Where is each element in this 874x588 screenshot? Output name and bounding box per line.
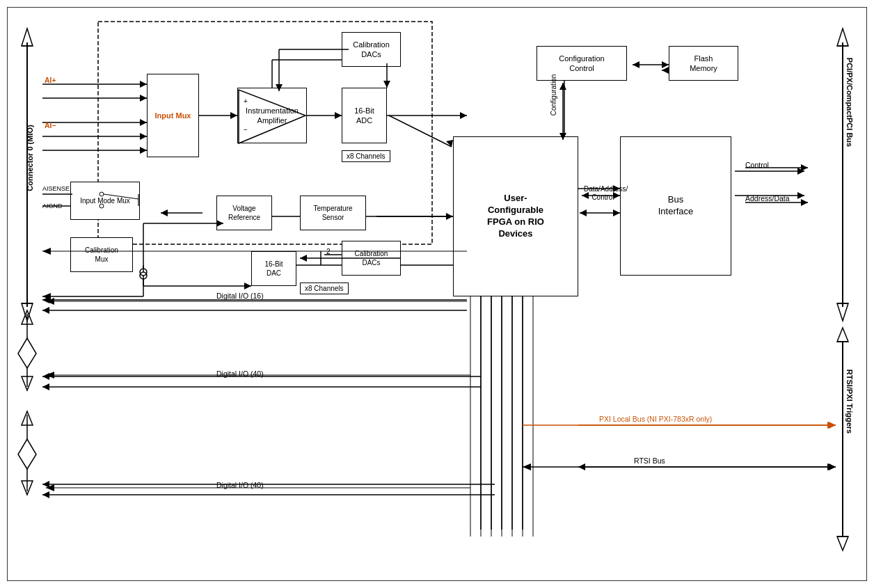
input-mode-mux-label: Input Mode Mux [80,196,130,205]
config-control-label: ConfigurationControl [559,54,604,74]
svg-marker-136 [46,298,54,305]
fpga-label: User-ConfigurableFPGA on RIODevices [487,193,544,240]
input-mux-block: Input Mux [147,74,199,157]
digital-io-40-2-label: Digital I/O (40) [216,481,264,489]
address-data-label: Address/Data [745,194,790,202]
connections-svg [8,8,866,580]
data-addr-ctrl-label: Data/Address/Control [584,185,622,202]
svg-marker-11 [18,439,36,469]
flash-memory-block: FlashMemory [669,46,738,81]
adc-block: 16-BitADC [342,88,387,143]
svg-marker-86 [446,213,453,220]
x8-channels-top: x8 Channels [342,150,390,162]
svg-marker-121 [613,209,620,216]
rtsi-triggers-label: RTSI/PXI Triggers [845,332,854,471]
svg-marker-131 [827,422,836,429]
svg-point-150 [140,272,147,279]
svg-marker-18 [837,303,848,321]
flash-memory-label: FlashMemory [690,54,717,74]
svg-marker-69 [662,67,669,74]
svg-marker-6 [18,338,36,368]
svg-marker-77 [829,463,836,470]
svg-line-146 [389,116,452,147]
aisense-label: AISENSE [42,185,70,192]
svg-marker-75 [829,422,836,429]
cal-dacs-bottom-block: CalibrationDACs [342,241,401,276]
svg-marker-73 [801,199,808,206]
calibration-mux-block: CalibrationMux [70,237,133,272]
svg-marker-133 [827,463,836,470]
svg-marker-48 [42,307,49,314]
instrumentation-amp-block: + − InstrumentationAmplifier [237,88,307,143]
svg-marker-154 [42,293,51,300]
svg-marker-33 [140,133,147,140]
svg-marker-9 [22,310,33,324]
bus-interface-label: BusInterface [658,194,694,218]
svg-marker-78 [578,463,585,470]
input-mux-label: Input Mux [155,111,191,120]
configuration-label: Configuration [550,74,557,116]
svg-marker-112 [662,61,669,68]
voltage-ref-block: VoltageReference [216,196,272,230]
pci-bus-label: PCI/PX/CompactPCI Bus [845,33,854,172]
svg-marker-31 [140,119,147,126]
pxi-local-bus-label: PXI Local Bus (NI PXI-783xR only) [599,415,712,423]
voltage-ref-label: VoltageReference [228,204,260,222]
svg-marker-29 [140,95,147,102]
svg-marker-50 [42,373,49,380]
digital-io-16-label: Digital I/O (16) [216,292,264,300]
ai-plus-label: AI+ [45,76,56,84]
svg-marker-104 [161,209,168,216]
svg-marker-27 [140,81,147,88]
svg-marker-119 [559,83,566,90]
cal-dacs-top-label: CalibrationDACs [353,40,390,60]
svg-marker-138 [46,372,54,379]
svg-marker-142 [383,81,390,88]
ai-minus-label: AI− [45,121,56,129]
dac-block: 16-BitDAC [251,251,296,286]
aignd-label: AIGND [42,202,63,209]
svg-marker-37 [230,112,237,119]
svg-marker-56 [42,491,49,498]
svg-marker-113 [633,61,639,68]
diagram-container: Input Mux + − InstrumentationAmplifier 1… [7,7,867,581]
svg-marker-35 [140,147,147,154]
svg-marker-149 [300,255,307,262]
svg-marker-39 [335,112,342,119]
number-2-label: 2 [326,248,331,255]
svg-marker-110 [797,192,804,199]
dac-label: 16-BitDAC [264,260,283,278]
cal-mux-label: CalibrationMux [85,246,118,264]
svg-marker-147 [446,140,453,147]
input-mode-mux-block: Input Mode Mux [70,182,140,220]
diagram-svg [8,8,866,580]
fpga-block: User-ConfigurableFPGA on RIODevices [453,136,578,296]
svg-marker-46 [42,296,49,303]
bus-interface-block: BusInterface [620,136,731,276]
rtsi-bus-label: RTSI Bus [634,456,665,465]
svg-marker-108 [797,168,804,175]
svg-marker-3 [22,303,33,321]
svg-marker-2 [22,29,33,46]
svg-marker-140 [46,484,54,491]
inst-amp-label: + − InstrumentationAmplifier [246,106,299,126]
adc-label: 16-BitADC [354,106,374,126]
temp-sensor-block: TemperatureSensor [300,196,366,230]
svg-marker-44 [460,112,467,119]
temp-sensor-label: TemperatureSensor [313,204,352,222]
svg-marker-71 [801,164,808,171]
control-label: Control [745,161,769,169]
svg-marker-54 [42,481,49,488]
cal-dacs-top-block: CalibrationDACs [342,32,401,67]
svg-marker-94 [244,283,251,289]
x8-channels-bottom: x8 Channels [300,283,349,294]
svg-marker-10 [22,376,33,390]
svg-marker-52 [42,383,49,390]
digital-io-40-1-label: Digital I/O (40) [216,370,264,378]
svg-marker-122 [580,209,587,216]
svg-point-84 [140,269,147,276]
cal-dacs-bottom-label: CalibrationDACs [355,249,388,267]
connector-0-label: Connector 0 (MIO) [26,88,34,228]
svg-marker-134 [523,463,531,470]
svg-marker-15 [22,481,33,495]
